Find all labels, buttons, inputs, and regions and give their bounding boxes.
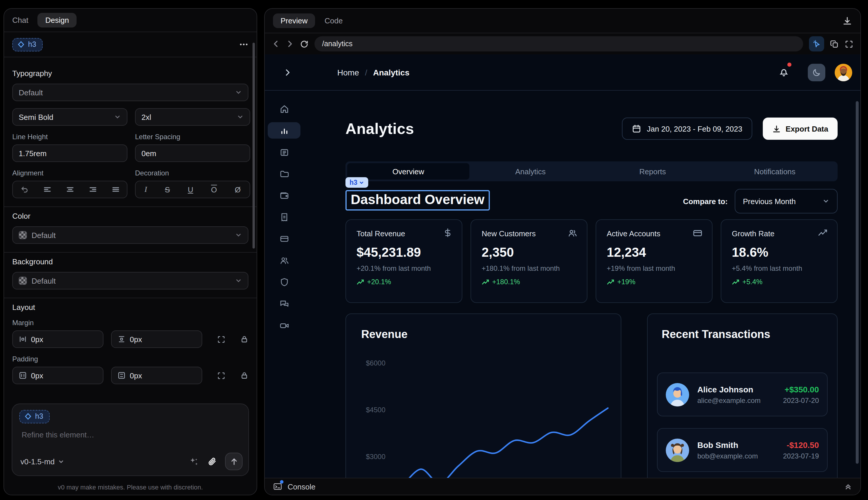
overline-icon[interactable]: O [211,185,217,194]
underline-icon[interactable]: U [188,185,193,194]
stat-card-growth-rate: Growth Rate 18.6% +5.4% from last month … [721,219,837,303]
selected-element-row: h3 [4,32,257,57]
margin-x-input[interactable]: 0px [12,330,103,348]
element-chip[interactable]: h3 [12,38,43,51]
sidebar-item-files[interactable] [268,166,300,182]
layout-section-label: Layout [12,303,248,312]
chevron-down-icon [822,198,830,205]
send-button[interactable] [225,453,243,470]
tab-notifications[interactable]: Notifications [714,163,836,180]
left-panel-scrollbar[interactable] [253,43,255,249]
bell-icon [778,67,789,78]
app-main: Analytics Jan 20, 2023 - Feb 09, 2023 Ex… [345,91,837,478]
sidebar-item-messages[interactable] [268,295,300,312]
refine-prompt-box[interactable]: h3 Refine this element… v0-1.5-md [12,404,249,476]
transparent-swatch-icon [19,231,27,239]
align-right-icon[interactable] [89,185,97,194]
select-element-tool[interactable] [809,36,824,52]
padding-label: Padding [12,355,248,363]
user-avatar[interactable] [835,64,852,81]
padding-lock-icon[interactable] [240,371,248,379]
tab-design[interactable]: Design [38,13,77,27]
console-bar[interactable]: Console [265,478,860,495]
padding-y-input[interactable]: 0px [111,367,202,384]
selected-element-outline[interactable]: Dashboard Overview [345,190,490,211]
terminal-icon [273,482,282,491]
font-select[interactable]: Default [12,84,248,101]
sidebar-item-news[interactable] [268,144,300,160]
tab-reports[interactable]: Reports [591,163,714,180]
back-icon[interactable] [272,40,280,48]
tab-preview[interactable]: Preview [273,13,315,28]
avatar-image [835,64,852,81]
sparkles-icon[interactable] [189,456,199,466]
tab-chat[interactable]: Chat [12,16,28,25]
date-range-picker[interactable]: Jan 20, 2023 - Feb 09, 2023 [622,117,752,140]
background-select[interactable]: Default [12,272,248,289]
letter-spacing-label: Letter Spacing [135,133,250,141]
transaction-row[interactable]: Bob Smith bob@example.com -$120.50 2023-… [657,428,828,472]
compare-select[interactable]: Previous Month [735,189,837,214]
padding-x-icon [19,371,27,379]
sidebar-item-users[interactable] [268,252,300,269]
selection-tag-chip[interactable]: h3 [345,177,369,188]
users-icon [568,228,578,238]
paperclip-icon[interactable] [207,456,217,466]
transaction-date: 2023-07-19 [783,452,819,460]
margin-label: Margin [12,319,248,327]
sidebar-item-video[interactable] [268,317,300,333]
url-input[interactable]: /analytics [314,36,803,52]
line-height-input[interactable]: 1.75rem [12,145,127,162]
sidebar-item-home[interactable] [268,101,300,117]
sidebar-toggle-icon[interactable] [283,68,292,76]
sidebar-item-analytics[interactable] [268,122,300,139]
fullscreen-icon[interactable] [845,39,853,48]
revenue-chart-card: Revenue $6000 $4500 $3000 [345,314,621,478]
expand-console-icon[interactable] [844,482,852,491]
forward-icon[interactable] [286,40,294,48]
letter-spacing-input[interactable]: 0em [135,145,250,162]
refresh-icon[interactable] [300,39,309,48]
strikethrough-icon[interactable]: S [165,185,170,194]
align-center-icon[interactable] [66,185,74,194]
padding-expand-icon[interactable] [217,371,225,380]
breadcrumb-home[interactable]: Home [337,68,359,77]
preview-scrollbar[interactable] [856,101,859,464]
breadcrumb-separator: / [365,68,367,77]
theme-toggle-button[interactable] [808,64,825,81]
ellipsis-menu-icon[interactable] [239,40,248,49]
color-select[interactable]: Default [12,226,248,244]
export-data-button[interactable]: Export Data [763,117,837,140]
sidebar-item-cards[interactable] [268,230,300,247]
sidebar-item-wallet[interactable] [268,187,300,204]
model-selector[interactable]: v0-1.5-md [21,457,64,466]
padding-x-input[interactable]: 0px [12,367,103,384]
transparent-swatch-icon [19,276,27,285]
align-left-icon[interactable] [43,185,51,194]
sidebar-item-receipts[interactable] [268,209,300,225]
app-sidebar [265,91,303,478]
margin-lock-icon[interactable] [240,335,248,343]
no-decoration-icon[interactable]: Ø [235,185,241,194]
transaction-amount: -$120.50 [783,440,819,450]
moon-icon [812,68,821,77]
align-justify-icon[interactable] [111,185,119,194]
prompt-input[interactable]: Refine this element… [22,430,241,439]
decoration-toolbar: I S U O Ø [135,181,250,198]
sidebar-item-security[interactable] [268,274,300,290]
transaction-row[interactable]: Alice Johnson alice@example.com +$350.00… [657,373,828,416]
disclaimer-text: v0 may make mistakes. Please use with di… [4,484,257,491]
font-size-select[interactable]: 2xl [135,108,250,126]
italic-icon[interactable]: I [144,185,147,194]
font-weight-select[interactable]: Semi Bold [12,108,127,126]
download-icon[interactable] [842,16,852,26]
notifications-bell[interactable] [778,67,789,78]
prompt-element-chip[interactable]: h3 [19,410,50,423]
tab-analytics[interactable]: Analytics [470,163,591,180]
undo-icon[interactable] [20,185,28,194]
copy-icon[interactable] [830,39,839,48]
margin-expand-icon[interactable] [217,335,225,343]
margin-y-input[interactable]: 0px [111,330,202,348]
credit-card-icon [693,228,703,238]
tab-code[interactable]: Code [325,16,343,25]
